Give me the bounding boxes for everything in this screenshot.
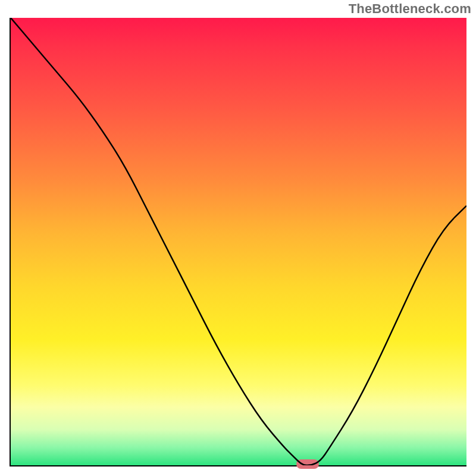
chart-container: TheBottleneck.com	[0, 0, 476, 476]
curve-path	[11, 18, 466, 465]
plot-area	[10, 18, 466, 466]
watermark-text: TheBottleneck.com	[349, 1, 471, 17]
bottleneck-curve	[11, 18, 466, 465]
